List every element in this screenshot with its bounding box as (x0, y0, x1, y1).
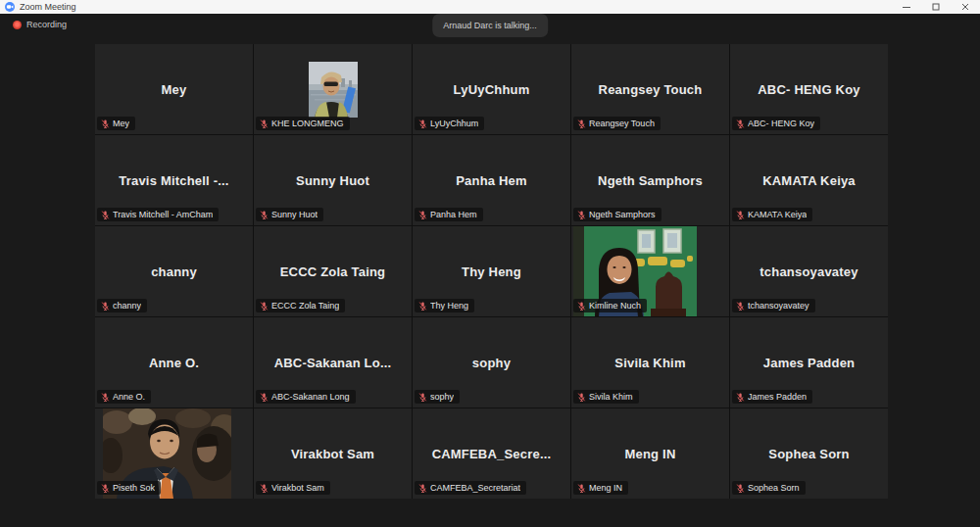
muted-mic-icon (736, 393, 745, 402)
participant-name-tag: Reangsey Touch (573, 117, 661, 130)
participant-tile[interactable]: Ngeth Samphors Ngeth Samphors (571, 135, 729, 225)
participant-tile[interactable]: sophy sophy (413, 317, 570, 407)
muted-mic-icon (577, 211, 586, 219)
active-speaker-toast: Arnaud Darc is talking... (432, 14, 548, 37)
participant-label: LyUyChhum (430, 119, 478, 128)
participant-grid: Mey Mey (95, 44, 888, 499)
muted-mic-icon (418, 302, 427, 311)
participant-name-tag: Thy Heng (415, 299, 474, 312)
participant-name-tag: tchansoyavatey (732, 299, 815, 312)
participant-name-tag: Meng IN (573, 481, 628, 495)
participant-name-tag: CAMFEBA_Secretariat (415, 481, 526, 495)
muted-mic-icon (260, 484, 269, 493)
muted-mic-icon (101, 484, 110, 493)
participant-name-tag: Kimline Nuch (573, 299, 647, 312)
participant-name-tag: sophy (415, 390, 460, 404)
participant-tile[interactable]: James Padden James Padden (730, 317, 888, 407)
participant-tile[interactable]: Mey Mey (95, 44, 253, 134)
participant-label: KHE LONGMENG (271, 119, 344, 128)
muted-mic-icon (101, 120, 110, 128)
participant-tile[interactable]: KAMATA Keiya KAMATA Keiya (730, 135, 888, 225)
participant-name-tag: channy (97, 299, 147, 312)
muted-mic-icon (577, 120, 586, 128)
muted-mic-icon (577, 484, 586, 493)
muted-mic-icon (418, 393, 427, 402)
participant-name-tag: KAMATA Keiya (732, 208, 812, 221)
close-button[interactable] (951, 0, 980, 14)
participant-label: sophy (430, 392, 454, 402)
participant-tile[interactable]: CAMFEBA_Secre... CAMFEBA_Secretariat (413, 408, 570, 499)
participant-name-tag: Piseth Sok (97, 481, 161, 495)
participant-name-tag: ABC- HENG Koy (732, 117, 820, 130)
participant-tile[interactable]: Sophea Sorn Sophea Sorn (730, 408, 888, 499)
participant-name-tag: ABC-Sakanan Long (256, 390, 356, 404)
close-icon (961, 3, 969, 11)
participant-tile[interactable]: LyUyChhum LyUyChhum (413, 44, 570, 134)
participant-tile[interactable]: ABC- HENG Koy ABC- HENG Koy (730, 44, 888, 134)
participant-label: Anne O. (113, 392, 145, 402)
participant-label: Sophea Sorn (748, 483, 800, 493)
participant-label: Travis Mitchell - AmCham (113, 210, 213, 219)
muted-mic-icon (101, 211, 110, 219)
recording-indicator: Recording (13, 20, 67, 29)
muted-mic-icon (418, 484, 427, 493)
recording-label: Recording (26, 20, 67, 29)
participant-tile[interactable]: Piseth Sok (95, 408, 253, 499)
minimize-icon (903, 3, 910, 11)
participant-label: Virakbot Sam (271, 483, 324, 493)
participant-label: CAMFEBA_Secretariat (430, 483, 520, 493)
participant-tile[interactable]: Reangsey Touch Reangsey Touch (571, 44, 729, 134)
muted-mic-icon (736, 302, 745, 311)
participant-label: channy (113, 301, 141, 311)
participant-label: Sunny Huot (271, 210, 318, 219)
muted-mic-icon (418, 211, 427, 219)
muted-mic-icon (418, 120, 427, 128)
participant-tile[interactable]: Virakbot Sam Virakbot Sam (254, 408, 412, 499)
participant-label: ABC-Sakanan Long (271, 392, 350, 402)
participant-tile[interactable]: KHE LONGMENG (254, 44, 412, 134)
participant-name-tag: KHE LONGMENG (256, 117, 350, 130)
participant-tile[interactable]: tchansoyavatey tchansoyavatey (730, 226, 888, 316)
participant-label: KAMATA Keiya (748, 210, 807, 219)
participant-tile[interactable]: Thy Heng Thy Heng (413, 226, 570, 316)
participant-name-tag: Mey (97, 117, 135, 130)
maximize-icon (932, 3, 940, 11)
participant-name-tag: Ngeth Samphors (573, 208, 662, 221)
window-controls (892, 0, 980, 14)
participant-name-tag: James Padden (732, 390, 812, 404)
minimize-button[interactable] (892, 0, 921, 14)
zoom-app-icon (5, 2, 15, 12)
participant-tile[interactable]: Meng IN Meng IN (571, 408, 729, 499)
participant-tile[interactable]: Anne O. Anne O. (95, 317, 253, 407)
participant-tile[interactable]: channy channy (95, 226, 253, 316)
participant-tile[interactable]: ABC-Sakanan Lo... ABC-Sakanan Long (254, 317, 412, 407)
participant-name-tag: ECCC Zola Taing (256, 299, 345, 312)
participant-tile[interactable]: Sivila Khim Sivila Khim (571, 317, 729, 407)
participant-label: Sivila Khim (589, 392, 633, 402)
participant-tile[interactable]: Travis Mitchell -... Travis Mitchell - A… (95, 135, 253, 225)
participant-tile[interactable]: Sunny Huot Sunny Huot (254, 135, 412, 225)
muted-mic-icon (577, 393, 586, 402)
participant-avatar-photo (309, 62, 358, 118)
muted-mic-icon (101, 302, 110, 311)
window-titlebar: Zoom Meeting (0, 0, 980, 14)
muted-mic-icon (577, 302, 586, 311)
participant-name-tag: LyUyChhum (415, 117, 484, 130)
participant-label: Panha Hem (430, 210, 477, 219)
participant-label: ECCC Zola Taing (271, 301, 339, 311)
muted-mic-icon (260, 120, 269, 128)
muted-mic-icon (260, 211, 269, 219)
maximize-button[interactable] (921, 0, 951, 14)
participant-tile[interactable]: Panha Hem Panha Hem (413, 135, 570, 225)
participant-label: James Padden (748, 392, 807, 402)
participant-tile[interactable]: ECCC Zola Taing ECCC Zola Taing (254, 226, 412, 316)
participant-label: Meng IN (589, 483, 622, 493)
participant-label: Piseth Sok (113, 483, 155, 493)
participant-label: ABC- HENG Koy (748, 119, 814, 128)
participant-label: Reangsey Touch (589, 119, 655, 128)
muted-mic-icon (736, 211, 745, 219)
participant-label: Thy Heng (430, 301, 468, 311)
participant-name-tag: Panha Hem (415, 208, 483, 221)
participant-tile[interactable]: Kimline Nuch (571, 226, 729, 316)
recording-dot-icon (13, 21, 22, 29)
